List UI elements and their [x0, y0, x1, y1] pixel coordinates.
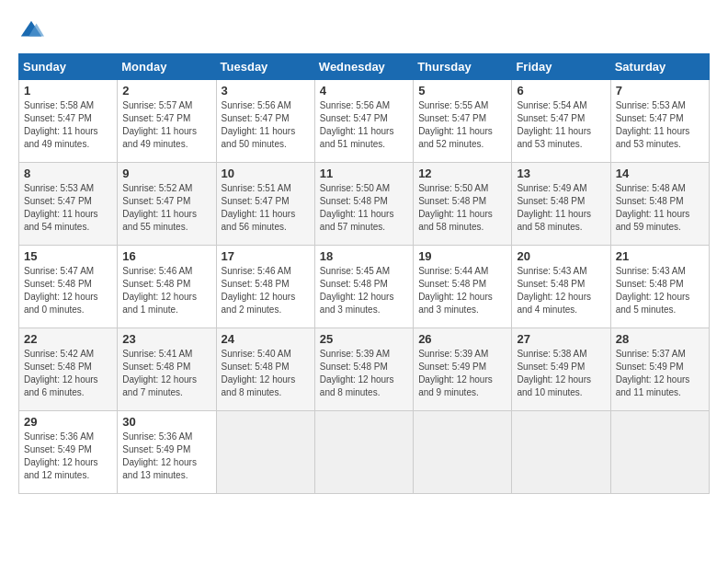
day-number: 7	[616, 84, 704, 98]
day-number: 21	[616, 249, 704, 263]
weekday-header-row: SundayMondayTuesdayWednesdayThursdayFrid…	[19, 54, 710, 80]
day-number: 25	[320, 332, 408, 346]
day-info: Sunrise: 5:48 AM Sunset: 5:48 PM Dayligh…	[616, 182, 704, 234]
calendar-cell: 16Sunrise: 5:46 AM Sunset: 5:48 PM Dayli…	[118, 246, 216, 328]
calendar-cell: 30Sunrise: 5:36 AM Sunset: 5:49 PM Dayli…	[118, 411, 216, 494]
day-number: 19	[418, 249, 506, 263]
day-number: 13	[517, 167, 605, 180]
calendar-cell: 24Sunrise: 5:40 AM Sunset: 5:48 PM Dayli…	[216, 328, 314, 411]
day-number: 27	[517, 332, 605, 346]
day-number: 23	[122, 332, 210, 346]
calendar-week-row: 1Sunrise: 5:58 AM Sunset: 5:47 PM Daylig…	[19, 80, 710, 163]
day-info: Sunrise: 5:39 AM Sunset: 5:49 PM Dayligh…	[418, 348, 506, 399]
day-number: 26	[418, 332, 506, 346]
day-number: 9	[122, 167, 210, 180]
weekday-header-sunday: Sunday	[19, 54, 118, 80]
calendar-cell: 23Sunrise: 5:41 AM Sunset: 5:48 PM Dayli…	[118, 328, 216, 411]
calendar-cell: 12Sunrise: 5:50 AM Sunset: 5:48 PM Dayli…	[414, 163, 512, 246]
day-number: 28	[616, 332, 704, 346]
calendar-cell	[512, 411, 610, 494]
calendar-cell: 20Sunrise: 5:43 AM Sunset: 5:48 PM Dayli…	[512, 246, 610, 328]
calendar-cell: 9Sunrise: 5:52 AM Sunset: 5:47 PM Daylig…	[118, 163, 216, 246]
day-number: 20	[517, 249, 605, 263]
day-info: Sunrise: 5:39 AM Sunset: 5:48 PM Dayligh…	[320, 348, 408, 399]
logo-icon	[18, 18, 44, 44]
calendar-cell	[414, 411, 512, 494]
day-number: 3	[222, 84, 310, 98]
day-number: 11	[320, 167, 408, 180]
day-number: 5	[418, 84, 506, 98]
day-number: 17	[222, 249, 310, 263]
calendar-cell: 10Sunrise: 5:51 AM Sunset: 5:47 PM Dayli…	[216, 163, 314, 246]
day-info: Sunrise: 5:43 AM Sunset: 5:48 PM Dayligh…	[517, 265, 605, 316]
day-info: Sunrise: 5:46 AM Sunset: 5:48 PM Dayligh…	[222, 265, 310, 316]
day-info: Sunrise: 5:46 AM Sunset: 5:48 PM Dayligh…	[122, 265, 210, 316]
weekday-header-tuesday: Tuesday	[216, 54, 314, 80]
day-number: 2	[122, 84, 210, 98]
calendar-cell	[610, 411, 709, 494]
calendar-cell: 1Sunrise: 5:58 AM Sunset: 5:47 PM Daylig…	[19, 80, 118, 163]
calendar-cell: 5Sunrise: 5:55 AM Sunset: 5:47 PM Daylig…	[414, 80, 512, 163]
day-number: 4	[320, 84, 408, 98]
day-info: Sunrise: 5:50 AM Sunset: 5:48 PM Dayligh…	[418, 182, 506, 234]
calendar-cell: 7Sunrise: 5:53 AM Sunset: 5:47 PM Daylig…	[610, 80, 709, 163]
calendar-cell	[314, 411, 413, 494]
calendar-cell: 2Sunrise: 5:57 AM Sunset: 5:47 PM Daylig…	[118, 80, 216, 163]
day-info: Sunrise: 5:45 AM Sunset: 5:48 PM Dayligh…	[320, 265, 408, 316]
day-number: 30	[122, 415, 210, 429]
weekday-header-saturday: Saturday	[610, 54, 709, 80]
day-number: 12	[418, 167, 506, 180]
weekday-header-friday: Friday	[512, 54, 610, 80]
day-number: 16	[122, 249, 210, 263]
calendar-cell: 15Sunrise: 5:47 AM Sunset: 5:48 PM Dayli…	[19, 246, 118, 328]
calendar-week-row: 8Sunrise: 5:53 AM Sunset: 5:47 PM Daylig…	[19, 163, 710, 246]
calendar-cell: 11Sunrise: 5:50 AM Sunset: 5:48 PM Dayli…	[314, 163, 413, 246]
calendar-cell	[216, 411, 314, 494]
calendar-cell: 22Sunrise: 5:42 AM Sunset: 5:48 PM Dayli…	[19, 328, 118, 411]
calendar-week-row: 29Sunrise: 5:36 AM Sunset: 5:49 PM Dayli…	[19, 411, 710, 494]
day-number: 10	[222, 167, 310, 180]
day-info: Sunrise: 5:47 AM Sunset: 5:48 PM Dayligh…	[24, 265, 112, 316]
calendar-cell: 28Sunrise: 5:37 AM Sunset: 5:49 PM Dayli…	[610, 328, 709, 411]
calendar-table: SundayMondayTuesdayWednesdayThursdayFrid…	[18, 53, 710, 494]
day-info: Sunrise: 5:54 AM Sunset: 5:47 PM Dayligh…	[517, 99, 605, 151]
day-info: Sunrise: 5:43 AM Sunset: 5:48 PM Dayligh…	[616, 265, 704, 316]
day-info: Sunrise: 5:41 AM Sunset: 5:48 PM Dayligh…	[122, 348, 210, 399]
calendar-cell: 14Sunrise: 5:48 AM Sunset: 5:48 PM Dayli…	[610, 163, 709, 246]
weekday-header-monday: Monday	[118, 54, 216, 80]
day-number: 24	[222, 332, 310, 346]
day-info: Sunrise: 5:56 AM Sunset: 5:47 PM Dayligh…	[222, 99, 310, 151]
logo	[18, 18, 48, 44]
calendar-cell: 4Sunrise: 5:56 AM Sunset: 5:47 PM Daylig…	[314, 80, 413, 163]
calendar-week-row: 15Sunrise: 5:47 AM Sunset: 5:48 PM Dayli…	[19, 246, 710, 328]
day-info: Sunrise: 5:36 AM Sunset: 5:49 PM Dayligh…	[24, 431, 112, 482]
calendar-cell: 25Sunrise: 5:39 AM Sunset: 5:48 PM Dayli…	[314, 328, 413, 411]
weekday-header-thursday: Thursday	[414, 54, 512, 80]
calendar-cell: 19Sunrise: 5:44 AM Sunset: 5:48 PM Dayli…	[414, 246, 512, 328]
calendar-week-row: 22Sunrise: 5:42 AM Sunset: 5:48 PM Dayli…	[19, 328, 710, 411]
page-header	[18, 18, 710, 44]
day-number: 22	[24, 332, 112, 346]
day-info: Sunrise: 5:58 AM Sunset: 5:47 PM Dayligh…	[24, 99, 112, 151]
calendar-cell: 26Sunrise: 5:39 AM Sunset: 5:49 PM Dayli…	[414, 328, 512, 411]
day-number: 6	[517, 84, 605, 98]
day-info: Sunrise: 5:44 AM Sunset: 5:48 PM Dayligh…	[418, 265, 506, 316]
day-info: Sunrise: 5:51 AM Sunset: 5:47 PM Dayligh…	[222, 182, 310, 234]
calendar-cell: 8Sunrise: 5:53 AM Sunset: 5:47 PM Daylig…	[19, 163, 118, 246]
calendar-cell: 27Sunrise: 5:38 AM Sunset: 5:49 PM Dayli…	[512, 328, 610, 411]
weekday-header-wednesday: Wednesday	[314, 54, 413, 80]
day-number: 8	[24, 167, 112, 180]
day-info: Sunrise: 5:53 AM Sunset: 5:47 PM Dayligh…	[24, 182, 112, 234]
day-number: 14	[616, 167, 704, 180]
calendar-cell: 6Sunrise: 5:54 AM Sunset: 5:47 PM Daylig…	[512, 80, 610, 163]
calendar-cell: 18Sunrise: 5:45 AM Sunset: 5:48 PM Dayli…	[314, 246, 413, 328]
day-info: Sunrise: 5:36 AM Sunset: 5:49 PM Dayligh…	[122, 431, 210, 482]
day-info: Sunrise: 5:38 AM Sunset: 5:49 PM Dayligh…	[517, 348, 605, 399]
calendar-cell: 17Sunrise: 5:46 AM Sunset: 5:48 PM Dayli…	[216, 246, 314, 328]
day-number: 15	[24, 249, 112, 263]
day-info: Sunrise: 5:53 AM Sunset: 5:47 PM Dayligh…	[616, 99, 704, 151]
day-info: Sunrise: 5:57 AM Sunset: 5:47 PM Dayligh…	[122, 99, 210, 151]
calendar-cell: 3Sunrise: 5:56 AM Sunset: 5:47 PM Daylig…	[216, 80, 314, 163]
day-number: 18	[320, 249, 408, 263]
day-number: 29	[24, 415, 112, 429]
